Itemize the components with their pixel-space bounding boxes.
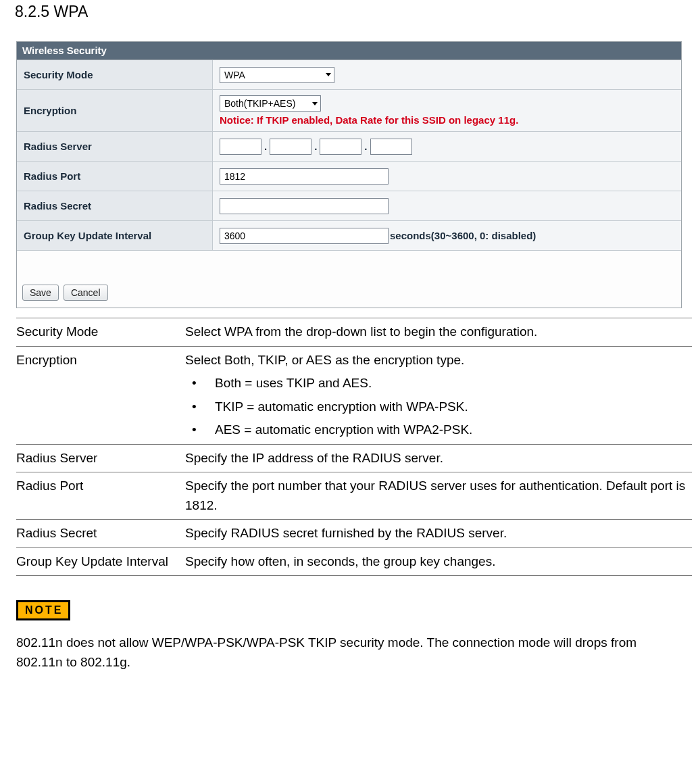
desc-term: Radius Secret <box>16 520 185 548</box>
desc-text: Specify the IP address of the RADIUS ser… <box>185 444 692 472</box>
panel-header: Wireless Security <box>17 42 681 60</box>
desc-text: Select Both, TKIP, or AES as the encrypt… <box>185 346 692 444</box>
encryption-notice: Notice: If TKIP enabled, Data Rate for t… <box>220 114 674 126</box>
desc-text: Select WPA from the drop-down list to be… <box>185 318 692 347</box>
desc-text: Specify the port number that your RADIUS… <box>185 472 692 520</box>
row-radius-secret: Radius Secret <box>17 191 681 221</box>
desc-row-group-key: Group Key Update Interval Specify how of… <box>16 547 692 576</box>
desc-text: Specify RADIUS secret furnished by the R… <box>185 520 692 548</box>
ip-dot: . <box>314 141 317 152</box>
wireless-security-panel: Wireless Security Security Mode WPA Encr… <box>16 41 682 308</box>
chevron-down-icon <box>312 102 318 105</box>
label-encryption: Encryption <box>17 90 213 131</box>
desc-row-radius-server: Radius Server Specify the IP address of … <box>16 444 692 472</box>
security-mode-value: WPA <box>224 70 322 80</box>
radius-port-input[interactable] <box>220 168 389 185</box>
radius-ip-octet-3[interactable] <box>320 139 361 155</box>
encryption-value: Both(TKIP+AES) <box>224 98 308 109</box>
desc-row-radius-secret: Radius Secret Specify RADIUS secret furn… <box>16 520 692 548</box>
list-item: Both = uses TKIP and AES. <box>185 374 692 393</box>
group-key-input[interactable] <box>220 228 389 244</box>
save-button[interactable]: Save <box>22 285 59 301</box>
row-radius-server: Radius Server . . . <box>17 132 681 162</box>
desc-row-security-mode: Security Mode Select WPA from the drop-d… <box>16 318 692 347</box>
security-mode-select[interactable]: WPA <box>220 67 334 83</box>
group-key-suffix: seconds(30~3600, 0: disabled) <box>390 230 536 241</box>
note-text: 802.11n does not allow WEP/WPA-PSK/WPA-P… <box>16 633 684 673</box>
radius-ip-octet-1[interactable] <box>220 139 261 155</box>
encryption-select[interactable]: Both(TKIP+AES) <box>220 95 321 112</box>
row-security-mode: Security Mode WPA <box>17 60 681 90</box>
radius-secret-input[interactable] <box>220 198 389 214</box>
desc-term: Radius Server <box>16 444 185 472</box>
desc-term: Security Mode <box>16 318 185 347</box>
note-badge: NOTE <box>16 600 70 620</box>
label-radius-port: Radius Port <box>17 162 213 191</box>
row-radius-port: Radius Port <box>17 162 681 191</box>
row-group-key: Group Key Update Interval seconds(30~360… <box>17 221 681 251</box>
desc-row-encryption: Encryption Select Both, TKIP, or AES as … <box>16 346 692 444</box>
note-label: NOTE <box>18 602 68 618</box>
ip-dot: . <box>264 141 267 152</box>
ip-dot: . <box>364 141 367 152</box>
chevron-down-icon <box>326 73 331 76</box>
label-radius-secret: Radius Secret <box>17 191 213 220</box>
radius-ip-octet-4[interactable] <box>370 139 412 155</box>
label-group-key: Group Key Update Interval <box>17 221 213 250</box>
list-item: TKIP = automatic encryption with WPA-PSK… <box>185 397 692 417</box>
section-heading: 8.2.5 WPA <box>15 3 692 21</box>
desc-row-radius-port: Radius Port Specify the port number that… <box>16 472 692 520</box>
label-security-mode: Security Mode <box>17 60 213 89</box>
desc-term: Radius Port <box>16 472 185 520</box>
desc-term: Encryption <box>16 346 185 444</box>
desc-text: Specify how often, in seconds, the group… <box>185 547 692 576</box>
description-table: Security Mode Select WPA from the drop-d… <box>16 318 692 576</box>
row-encryption: Encryption Both(TKIP+AES) Notice: If TKI… <box>17 90 681 132</box>
radius-ip-octet-2[interactable] <box>270 139 311 155</box>
panel-spacer <box>17 251 681 285</box>
desc-term: Group Key Update Interval <box>16 547 185 576</box>
list-item: AES = automatic encryption with WPA2-PSK… <box>185 420 692 440</box>
cancel-button[interactable]: Cancel <box>64 285 108 301</box>
label-radius-server: Radius Server <box>17 132 213 161</box>
